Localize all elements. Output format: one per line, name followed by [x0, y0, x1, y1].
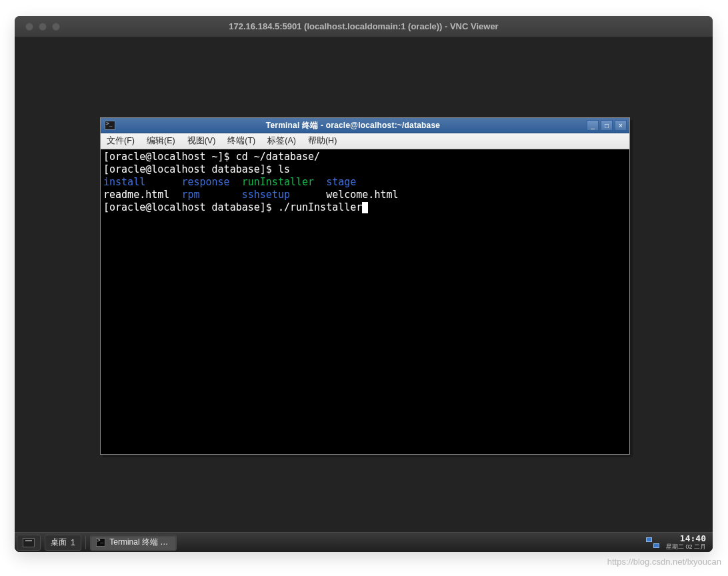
taskbar-separator: [85, 536, 86, 549]
taskbar-left: 桌面 1 Terminal 终端 - o…: [15, 533, 179, 552]
task-label: Terminal 终端 - o…: [109, 537, 170, 548]
ls-dir-stage: stage: [326, 176, 356, 188]
ls-exec-runinstaller: runInstaller: [242, 176, 314, 188]
taskbar-tray: 14:40 星期二 02 二月: [646, 535, 713, 551]
terminal-window-title: Terminal 终端 - oracle@localhost:~/databas…: [119, 120, 587, 131]
mac-traffic-lights: [15, 23, 60, 31]
desktop-icon: [23, 538, 35, 547]
ls-dir-rpm: rpm: [181, 189, 199, 201]
command-cd: cd ~/database/: [236, 151, 320, 163]
prompt: [oracle@localhost ~]$: [103, 151, 236, 163]
terminal-icon: [96, 538, 106, 547]
terminal-window: Terminal 终端 - oracle@localhost:~/databas…: [100, 117, 630, 455]
workspace-number: 1: [71, 538, 75, 547]
mac-close-button[interactable]: [25, 23, 33, 31]
terminal-menubar: 文件(F) 编辑(E) 视图(V) 终端(T) 标签(A) 帮助(H): [101, 133, 629, 149]
show-desktop-button[interactable]: [17, 535, 41, 551]
ls-dir-sshsetup: sshsetup: [242, 189, 290, 201]
prompt: [oracle@localhost database]$: [103, 163, 278, 175]
terminal-icon: [105, 121, 115, 130]
ls-dir-response: response: [181, 176, 229, 188]
window-controls: _ □ ×: [587, 120, 629, 131]
ls-file-welcome: welcome.html: [326, 189, 398, 201]
terminal-cursor: [362, 202, 368, 213]
menu-edit[interactable]: 编辑(E): [141, 133, 181, 149]
command-ls: ls: [278, 163, 290, 175]
close-button[interactable]: ×: [615, 120, 627, 131]
terminal-titlebar[interactable]: Terminal 终端 - oracle@localhost:~/databas…: [101, 118, 629, 133]
command-runinstaller: ./runInstaller: [278, 201, 362, 213]
minimize-button[interactable]: _: [587, 120, 599, 131]
terminal-body[interactable]: [oracle@localhost ~]$ cd ~/database/ [or…: [101, 149, 629, 454]
network-icon[interactable]: [646, 537, 659, 548]
menu-tabs[interactable]: 标签(A): [261, 133, 302, 149]
workspace-label: 桌面: [51, 537, 67, 548]
menu-view[interactable]: 视图(V): [181, 133, 222, 149]
taskbar-clock[interactable]: 14:40 星期二 02 二月: [666, 535, 706, 551]
mac-minimize-button[interactable]: [39, 23, 47, 31]
vnc-remote-desktop[interactable]: Terminal 终端 - oracle@localhost:~/databas…: [15, 37, 713, 552]
vnc-viewer-window: 172.16.184.5:5901 (localhost.localdomain…: [15, 16, 713, 552]
workspace-switcher[interactable]: 桌面 1: [45, 535, 81, 551]
ls-file-readme: readme.html: [103, 189, 169, 201]
clock-date: 星期二 02 二月: [666, 543, 706, 551]
watermark: https://blog.csdn.net/lxyoucan: [607, 557, 721, 567]
prompt: [oracle@localhost database]$: [103, 201, 278, 213]
clock-time: 14:40: [666, 535, 706, 543]
mac-titlebar[interactable]: 172.16.184.5:5901 (localhost.localdomain…: [15, 16, 713, 37]
menu-help[interactable]: 帮助(H): [302, 133, 343, 149]
linux-taskbar: 桌面 1 Terminal 终端 - o… 14:40 星期二 02 二月: [15, 532, 713, 552]
maximize-button[interactable]: □: [601, 120, 613, 131]
mac-zoom-button[interactable]: [52, 23, 60, 31]
menu-file[interactable]: 文件(F): [101, 133, 141, 149]
menu-terminal[interactable]: 终端(T): [221, 133, 261, 149]
ls-dir-install: install: [103, 176, 145, 188]
taskbar-task-terminal[interactable]: Terminal 终端 - o…: [90, 535, 177, 551]
mac-window-title: 172.16.184.5:5901 (localhost.localdomain…: [15, 21, 713, 31]
